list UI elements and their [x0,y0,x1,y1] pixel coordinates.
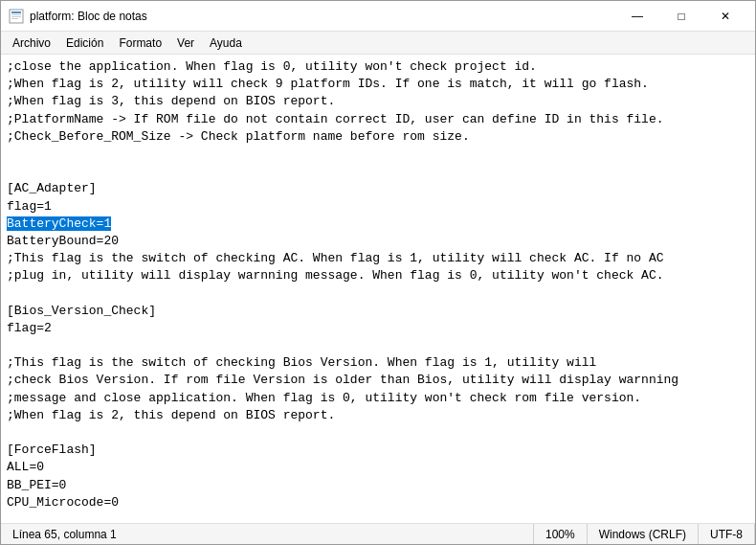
svg-rect-1 [11,11,21,13]
close-button[interactable]: ✕ [703,1,747,32]
svg-rect-4 [11,18,18,19]
maximize-button[interactable]: □ [659,1,703,32]
status-line-ending: Windows (CRLF) [588,524,699,544]
menu-ver[interactable]: Ver [169,34,202,52]
window: platform: Bloc de notas — □ ✕ Archivo Ed… [0,0,756,545]
app-icon [9,9,24,24]
window-title: platform: Bloc de notas [30,10,615,23]
menu-formato[interactable]: Formato [111,34,169,52]
minimize-button[interactable]: — [615,1,659,32]
svg-rect-2 [11,14,21,15]
status-zoom: 100% [534,524,588,544]
status-bar: Línea 65, columna 1 100% Windows (CRLF) … [1,523,755,544]
editor-area: ;close the application. When flag is 0, … [1,55,755,523]
status-position: Línea 65, columna 1 [1,524,534,544]
status-encoding: UTF-8 [699,524,755,544]
menu-archivo[interactable]: Archivo [5,34,58,52]
menu-ayuda[interactable]: Ayuda [202,34,250,52]
highlighted-text: BatteryCheck=1 [7,216,111,231]
title-bar: platform: Bloc de notas — □ ✕ [1,1,755,32]
menu-edicion[interactable]: Edición [58,34,111,52]
title-buttons: — □ ✕ [615,1,747,32]
menu-bar: Archivo Edición Formato Ver Ayuda [1,32,755,55]
text-editor[interactable]: ;close the application. When flag is 0, … [1,55,755,523]
svg-rect-3 [11,16,21,17]
